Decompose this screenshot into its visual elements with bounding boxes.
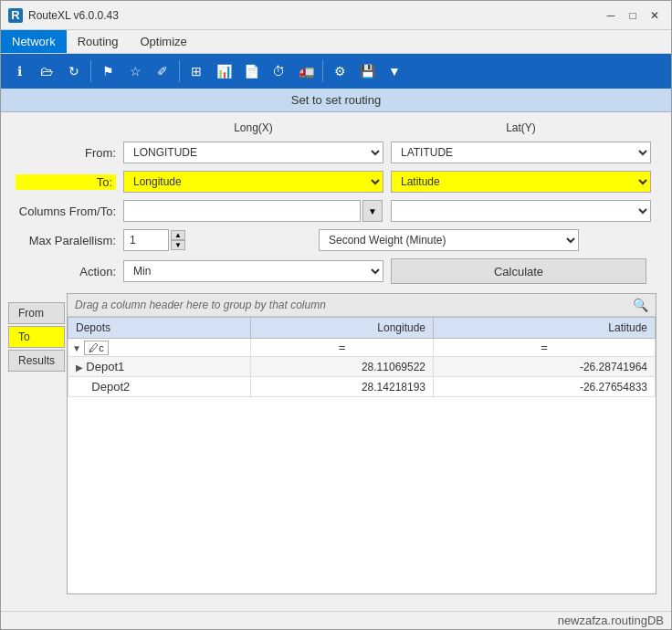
lat-col-header: Lat(Y) bbox=[391, 121, 651, 134]
max-parallelism-row: Max Paralellism: ▲ ▼ Second Weight (Minu… bbox=[16, 229, 656, 251]
from-latitude-dropdown[interactable]: LATITUDE LONGITUDE Latitude Longitude bbox=[391, 142, 651, 163]
route-icon[interactable]: ⚑ bbox=[95, 58, 121, 84]
status-text: newzafza.routingDB bbox=[558, 614, 664, 627]
row1-depot: ▶ Depot1 bbox=[68, 357, 251, 377]
toolbar: ℹ 🗁 ↻ ⚑ ☆ ✐ ⊞ 📊 📄 ⏱ 🚛 ⚙ 💾 ▼ bbox=[1, 54, 671, 89]
table-row: ▶ Depot1 28.11069522 -26.28741964 bbox=[68, 357, 656, 377]
menu-network[interactable]: Network bbox=[1, 30, 67, 53]
table-wrapper: Depots Longitude Latitude ▼ 🖊c bbox=[68, 317, 656, 593]
drag-hint: Drag a column header here to group by th… bbox=[75, 299, 326, 311]
row2-latitude: -26.27654833 bbox=[434, 377, 656, 397]
to-row: To: Longitude LONGITUDE LATITUDE Latitud… bbox=[16, 171, 656, 193]
tab-to[interactable]: To bbox=[8, 326, 65, 348]
col-headers: Long(X) Lat(Y) bbox=[16, 121, 656, 134]
menu-optimize[interactable]: Optimize bbox=[130, 30, 198, 53]
spinner-up-button[interactable]: ▲ bbox=[171, 230, 185, 240]
toolbar-separator-1 bbox=[90, 60, 91, 82]
from-longitude-dropdown[interactable]: LONGITUDE LATITUDE Longitude Latitude bbox=[123, 142, 383, 163]
row1-latitude: -26.28741964 bbox=[434, 357, 656, 377]
row1-expand-btn[interactable]: ▶ bbox=[76, 362, 83, 373]
chart-icon[interactable]: 📊 bbox=[211, 58, 236, 84]
columns-fromto-lat-dropdown[interactable] bbox=[391, 200, 651, 222]
col-header-longitude: Longitude bbox=[251, 318, 434, 339]
filter-eq-latitude: = bbox=[541, 341, 548, 354]
max-parallelism-input[interactable] bbox=[123, 229, 169, 251]
filter-latitude: = bbox=[434, 339, 656, 357]
gear-icon[interactable]: ⚙ bbox=[327, 58, 352, 84]
tabs-vertical: From To Results bbox=[8, 302, 67, 602]
max-parallelism-label: Max Paralellism: bbox=[16, 234, 116, 247]
table-row: Depot2 28.14218193 -26.27654833 bbox=[68, 377, 656, 397]
toolbar-separator-2 bbox=[179, 60, 180, 82]
edit-icon[interactable]: ✐ bbox=[150, 58, 175, 84]
filter-row: ▼ 🖊c = = bbox=[68, 339, 656, 357]
tab-from[interactable]: From bbox=[8, 302, 65, 324]
columns-fromto-label: Columns From/To: bbox=[16, 205, 116, 218]
table-search-bar: Drag a column header here to group by th… bbox=[68, 294, 656, 317]
filter-eq-longitude: = bbox=[339, 341, 346, 354]
minimize-button[interactable]: ─ bbox=[602, 7, 620, 24]
close-button[interactable]: ✕ bbox=[646, 7, 664, 24]
main-window: R RouteXL v6.0.0.43 ─ □ ✕ Network Routin… bbox=[0, 0, 672, 630]
filter-depots: ▼ 🖊c bbox=[68, 339, 251, 357]
action-label: Action: bbox=[16, 265, 116, 278]
search-button[interactable]: 🔍 bbox=[633, 298, 648, 312]
to-longitude-dropdown[interactable]: Longitude LONGITUDE LATITUDE Latitude bbox=[123, 171, 383, 193]
second-weight-dropdown[interactable]: Second Weight (Minute) Second Weight (Ho… bbox=[319, 229, 579, 251]
spinner-buttons: ▲ ▼ bbox=[171, 230, 185, 250]
status-bar: newzafza.routingDB bbox=[1, 611, 671, 629]
from-label: From: bbox=[16, 146, 116, 160]
filter-icon: ▼ bbox=[72, 343, 81, 353]
title-bar-controls: ─ □ ✕ bbox=[602, 7, 664, 24]
spacer bbox=[1, 602, 671, 611]
title-bar-left: R RouteXL v6.0.0.43 bbox=[8, 8, 119, 23]
to-label: To: bbox=[16, 174, 116, 190]
star-icon[interactable]: ☆ bbox=[122, 58, 148, 84]
menu-routing[interactable]: Routing bbox=[67, 30, 130, 53]
tab-results[interactable]: Results bbox=[8, 350, 65, 372]
truck-icon[interactable]: 🚛 bbox=[293, 58, 319, 84]
filter-input-depots[interactable]: 🖊c bbox=[84, 341, 109, 355]
action-row: Action: Min Max Avg Calculate bbox=[16, 258, 656, 284]
open-icon[interactable]: 🗁 bbox=[34, 58, 59, 84]
row1-longitude: 28.11069522 bbox=[251, 357, 434, 377]
grid-icon[interactable]: ⊞ bbox=[184, 58, 209, 84]
menu-bar: Network Routing Optimize bbox=[1, 30, 671, 54]
filter-longitude: = bbox=[251, 339, 434, 357]
app-icon: R bbox=[8, 8, 23, 23]
export-icon[interactable]: 📄 bbox=[238, 58, 264, 84]
to-latitude-dropdown[interactable]: Latitude LATITUDE LONGITUDE Longitude bbox=[391, 171, 651, 193]
action-dropdown[interactable]: Min Max Avg bbox=[123, 260, 383, 282]
long-col-header: Long(X) bbox=[123, 121, 383, 134]
row2-depot: Depot2 bbox=[68, 377, 251, 397]
table-container: Drag a column header here to group by th… bbox=[67, 293, 656, 594]
maximize-button[interactable]: □ bbox=[624, 7, 642, 24]
toolbar-separator-3 bbox=[322, 60, 323, 82]
data-table: Depots Longitude Latitude ▼ 🖊c bbox=[68, 317, 656, 397]
from-row: From: LONGITUDE LATITUDE Longitude Latit… bbox=[16, 142, 656, 163]
form-area: Long(X) Lat(Y) From: LONGITUDE LATITUDE … bbox=[1, 112, 671, 293]
col-header-latitude: Latitude bbox=[434, 318, 656, 339]
section-header: Set to set routing bbox=[1, 89, 671, 112]
columns-fromto-dropdown-btn[interactable]: ▼ bbox=[362, 200, 383, 222]
spinner-down-button[interactable]: ▼ bbox=[171, 240, 185, 250]
info-icon[interactable]: ℹ bbox=[6, 58, 32, 84]
columns-fromto-row: Columns From/To: ▼ bbox=[16, 200, 656, 222]
clock-icon[interactable]: ⏱ bbox=[266, 58, 291, 84]
more-icon[interactable]: ▼ bbox=[382, 58, 407, 84]
columns-fromto-input[interactable] bbox=[123, 200, 361, 222]
window-title: RouteXL v6.0.0.43 bbox=[28, 9, 119, 22]
row2-longitude: 28.14218193 bbox=[251, 377, 434, 397]
refresh-icon[interactable]: ↻ bbox=[61, 58, 87, 84]
tab-table-area: From To Results Drag a column header her… bbox=[1, 293, 671, 602]
spinner-wrap: ▲ ▼ bbox=[123, 229, 185, 251]
title-bar: R RouteXL v6.0.0.43 ─ □ ✕ bbox=[1, 1, 671, 30]
calculate-button[interactable]: Calculate bbox=[391, 258, 646, 284]
save-icon[interactable]: 💾 bbox=[354, 58, 380, 84]
col-header-depots: Depots bbox=[68, 318, 251, 339]
